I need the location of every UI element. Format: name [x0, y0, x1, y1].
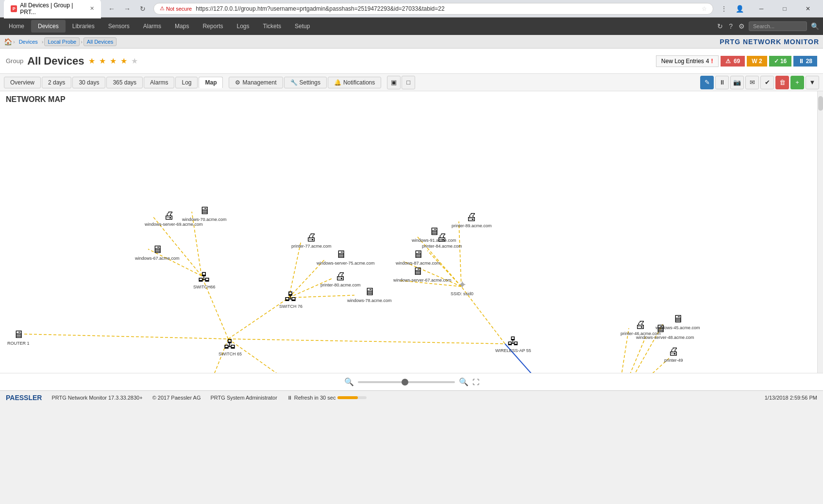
breadcrumb-sep-2: › [42, 39, 44, 45]
search-icon[interactable]: 🔍 [809, 21, 821, 31]
new-entries-badge[interactable]: New Log Entries 4 ! [656, 55, 719, 67]
breadcrumb-local-probe[interactable]: Local Probe [44, 37, 80, 46]
node-printer84b[interactable]: 🖨 printer-84.acme.com [422, 232, 462, 249]
tab-365days[interactable]: 365 days [106, 77, 143, 88]
browser-tab[interactable]: P All Devices | Group | PRT... ✕ [4, 0, 101, 18]
tab-2days[interactable]: 2 days [42, 77, 71, 88]
nav-icon-settings[interactable]: ⚙ [737, 21, 747, 31]
nav-devices[interactable]: Devices [31, 20, 66, 33]
star-5[interactable]: ★ [131, 56, 138, 66]
nav-setup[interactable]: Setup [288, 20, 317, 33]
svg-line-21 [459, 221, 461, 286]
node-printer46[interactable]: 🖨 printer-46.acme.com [621, 319, 661, 336]
node-wireless55[interactable]: 🖧 WIRELESS-AP 55 [495, 336, 531, 353]
node-win78[interactable]: 🖥 windows-78.acme.com [347, 286, 392, 303]
node-win86s[interactable]: 🖥 windows-server-67.acme.com [393, 266, 442, 283]
tab-close-button[interactable]: ✕ [90, 5, 94, 12]
tab-30days[interactable]: 30 days [72, 77, 105, 88]
info-badge[interactable]: ⏸ 28 [793, 56, 817, 67]
nav-tickets[interactable]: Tickets [256, 20, 288, 33]
forward-button[interactable]: → [120, 2, 134, 16]
refresh-button[interactable]: ↻ [136, 2, 150, 16]
star-4[interactable]: ★ [120, 56, 127, 66]
notifications-button[interactable]: 🔔 Notifications [328, 77, 381, 88]
tab-log[interactable]: Log [175, 77, 198, 88]
breadcrumb-sep-1: › [13, 39, 15, 45]
fullscreen-icon[interactable]: ⛶ [472, 378, 479, 386]
zoom-slider[interactable] [358, 381, 455, 383]
ok-badge[interactable]: ✓ 16 [769, 56, 792, 67]
node-switch76[interactable]: 🖧 SWITCH 76 [279, 290, 302, 309]
star-bookmark-icon[interactable]: ☆ [702, 5, 707, 12]
warning-badge[interactable]: W 2 [747, 56, 767, 67]
management-button[interactable]: ⚙ Management [229, 77, 283, 88]
camera-button[interactable]: 📷 [730, 76, 744, 89]
node-printer49[interactable]: 🖨 printer-49 [664, 346, 683, 363]
node-switch66[interactable]: 🖧 SWITCH66 [193, 271, 216, 289]
group-label: Group [6, 57, 23, 65]
nav-icon-help[interactable]: ? [727, 21, 735, 31]
node-win87[interactable]: 🖥 windows-87.acme.com [396, 249, 440, 266]
back-button[interactable]: ← [105, 2, 118, 16]
zoom-out-icon[interactable]: 🔍 [344, 377, 354, 386]
more-button[interactable]: ▼ [806, 76, 819, 89]
star-1[interactable]: ★ [88, 56, 95, 66]
nav-alarms[interactable]: Alarms [136, 20, 168, 33]
acknowledge-button[interactable]: ✔ [760, 76, 774, 89]
node-label-win78: windows-78.acme.com [347, 298, 392, 303]
breadcrumb-home-icon[interactable]: 🏠 [4, 38, 12, 46]
node-printer89[interactable]: 🖨 printer-89.acme.com [452, 212, 492, 228]
nav-reports[interactable]: Reports [196, 20, 230, 33]
pause-button[interactable]: ⏸ [715, 76, 729, 89]
email-button[interactable]: ✉ [745, 76, 759, 89]
search-input[interactable] [749, 21, 807, 31]
node-printer77[interactable]: 🖨 printer-77.acme.com [291, 232, 332, 249]
nav-home[interactable]: Home [2, 20, 31, 33]
node-win70[interactable]: 🖥 windows-70.acme.com [182, 205, 227, 222]
node-switch65[interactable]: 🖧 SWITCH 65 [218, 338, 242, 356]
address-bar[interactable]: ⚠ Not secure https://127.0.0.1//group.ht… [153, 3, 713, 15]
tab-alarms[interactable]: Alarms [144, 77, 174, 88]
close-window-button[interactable]: ✕ [797, 1, 819, 16]
node-ssid[interactable]: ✦ SSID: ssid0 [451, 280, 473, 296]
computer-icon-3: 🖥 [364, 286, 375, 297]
scrollbar[interactable] [817, 91, 823, 373]
node-router1[interactable]: 🖥 ROUTER 1 [7, 329, 30, 346]
page-title: All Devices [27, 55, 84, 67]
tab-overview[interactable]: Overview [4, 77, 41, 88]
maximize-button[interactable]: □ [773, 1, 796, 16]
node-win67[interactable]: 🖥 windows-67.acme.com [135, 244, 180, 261]
profile-button[interactable]: 👤 [733, 2, 746, 16]
breadcrumb-bar: 🏠 › Devices › Local Probe › All Devices … [0, 35, 823, 49]
node-label-printer46: printer-46.acme.com [621, 331, 661, 336]
map-view-btn[interactable]: □ [402, 76, 415, 89]
node-win75[interactable]: 🖥 windows-server-75.acme.com [317, 249, 365, 266]
minimize-button[interactable]: ─ [750, 1, 773, 16]
footer-datetime: 1/13/2018 2:59:56 PM [765, 395, 817, 401]
printer-icon-2: 🖨 [335, 271, 346, 282]
nav-sensors[interactable]: Sensors [101, 20, 136, 33]
server-icon: 🖨 [164, 210, 174, 221]
map-placeholder-btn[interactable]: ▣ [387, 76, 401, 89]
breadcrumb-devices[interactable]: Devices [16, 38, 41, 46]
nav-maps[interactable]: Maps [168, 20, 196, 33]
settings-button[interactable]: 🔧 Settings [284, 77, 327, 88]
node-label-printer89: printer-89.acme.com [452, 223, 492, 228]
edit-button[interactable]: ✎ [700, 76, 714, 89]
add-button[interactable]: + [790, 76, 804, 89]
error-badge[interactable]: ⚠ 69 [721, 56, 745, 67]
node-win45b[interactable]: 🖥 windows-45.acme.com [655, 314, 700, 330]
nav-icon-refresh[interactable]: ↻ [715, 21, 725, 31]
star-2[interactable]: ★ [99, 56, 106, 66]
breadcrumb-all-devices[interactable]: All Devices [84, 37, 117, 46]
url-text: https://127.0.0.1//group.htm?username=pr… [196, 5, 698, 12]
switch-icon-4: 🖧 [285, 290, 297, 303]
tab-map[interactable]: Map [199, 77, 223, 88]
node-printer80[interactable]: 🖨 printer-80.acme.com [320, 271, 361, 287]
nav-logs[interactable]: Logs [230, 20, 256, 33]
extensions-button[interactable]: ⋮ [717, 2, 731, 16]
delete-button[interactable]: 🗑 [775, 76, 789, 89]
zoom-in-icon[interactable]: 🔍 [459, 377, 469, 386]
nav-libraries[interactable]: Libraries [66, 20, 101, 33]
star-3[interactable]: ★ [110, 56, 117, 66]
